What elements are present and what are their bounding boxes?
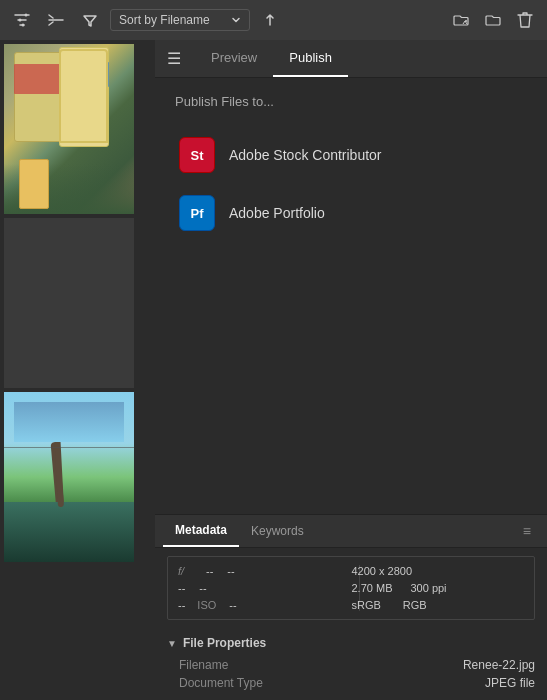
publish-portfolio-item[interactable]: Pf Adobe Portfolio — [175, 187, 527, 239]
meta-colorspace-row: sRGB RGB — [352, 599, 525, 611]
tab-bar: ☰ Preview Publish — [155, 40, 547, 78]
thumbnail-palm[interactable] — [4, 392, 134, 562]
folder-new-icon[interactable] — [479, 6, 507, 34]
portfolio-icon: Pf — [179, 195, 215, 231]
filter3-icon[interactable] — [76, 6, 104, 34]
adjust-icon[interactable] — [42, 6, 70, 34]
meta-row2: -- -- — [178, 582, 351, 594]
filter-icon[interactable] — [8, 6, 36, 34]
meta-tab-keywords[interactable]: Keywords — [239, 516, 316, 546]
tab-publish[interactable]: Publish — [273, 40, 348, 77]
meta-left: f/ -- -- -- -- -- ISO -- — [178, 565, 351, 611]
aperture-label: f/ — [178, 565, 198, 577]
aperture-value: -- — [206, 565, 213, 577]
exposure-dash: -- — [199, 582, 206, 594]
meta-dimensions-row: 4200 x 2800 — [352, 565, 525, 577]
right-panel: ☰ Preview Publish Publish Files to... St… — [155, 40, 547, 700]
doctype-value: JPEG file — [485, 676, 535, 690]
svg-point-1 — [19, 19, 22, 22]
file-props-header: ▼ File Properties — [167, 636, 535, 650]
trash-icon[interactable] — [511, 6, 539, 34]
iso-value: -- — [229, 599, 236, 611]
folder-options-icon[interactable] — [447, 6, 475, 34]
palm-image — [4, 392, 134, 562]
stock-icon: St — [179, 137, 215, 173]
aperture-dash: -- — [227, 565, 234, 577]
metadata-grid: f/ -- -- -- -- -- ISO -- — [167, 556, 535, 620]
metadata-tab-bar: Metadata Keywords ≡ — [155, 515, 547, 548]
exposure-value: -- — [178, 582, 185, 594]
filename-row: Filename Renee-22.jpg — [167, 656, 535, 674]
hamburger-button[interactable]: ☰ — [163, 41, 185, 76]
toolbar: Sort by Filename — [0, 0, 547, 40]
filename-value: Renee-22.jpg — [463, 658, 535, 672]
file-properties: ▼ File Properties Filename Renee-22.jpg … — [155, 628, 547, 700]
metadata-section: Metadata Keywords ≡ f/ -- -- -- — [155, 514, 547, 700]
colorspace-value: sRGB — [352, 599, 381, 611]
meta-tab-metadata[interactable]: Metadata — [163, 515, 239, 547]
sort-dropdown[interactable]: Sort by Filename — [110, 9, 250, 31]
file-props-title: File Properties — [183, 636, 266, 650]
portfolio-label: Adobe Portfolio — [229, 205, 325, 221]
meta-right: 4200 x 2800 2.70 MB 300 ppi sRGB RGB — [352, 565, 525, 611]
thumbnail-food[interactable] — [4, 44, 134, 214]
doctype-key: Document Type — [179, 676, 263, 690]
blank-image — [4, 218, 134, 388]
toolbar-right — [447, 6, 539, 34]
svg-point-0 — [25, 14, 28, 17]
sort-asc-icon[interactable] — [256, 6, 284, 34]
iso-dash: -- — [178, 599, 185, 611]
meta-filesize-row: 2.70 MB 300 ppi — [352, 582, 525, 594]
svg-point-2 — [22, 24, 25, 27]
colormode-value: RGB — [403, 599, 427, 611]
meta-menu-icon[interactable]: ≡ — [515, 519, 539, 543]
ppi-value: 300 ppi — [410, 582, 446, 594]
expand-icon[interactable]: ▼ — [167, 638, 177, 649]
publish-title: Publish Files to... — [175, 94, 527, 109]
sort-label: Sort by Filename — [119, 13, 227, 27]
food-image — [4, 44, 134, 214]
dimensions-value: 4200 x 2800 — [352, 565, 413, 577]
thumbnail-panel[interactable] — [0, 40, 155, 700]
filesize-value: 2.70 MB — [352, 582, 393, 594]
meta-aperture-row: f/ -- -- — [178, 565, 351, 577]
publish-area: Publish Files to... St Adobe Stock Contr… — [155, 78, 547, 514]
stock-label: Adobe Stock Contributor — [229, 147, 382, 163]
tab-preview[interactable]: Preview — [195, 40, 273, 77]
thumbnail-blank[interactable] — [4, 218, 134, 388]
doctype-row: Document Type JPEG file — [167, 674, 535, 692]
meta-iso-row: -- ISO -- — [178, 599, 351, 611]
publish-stock-item[interactable]: St Adobe Stock Contributor — [175, 129, 527, 181]
iso-label: ISO — [197, 599, 217, 611]
main-content: ☰ Preview Publish Publish Files to... St… — [0, 40, 547, 700]
filename-key: Filename — [179, 658, 228, 672]
